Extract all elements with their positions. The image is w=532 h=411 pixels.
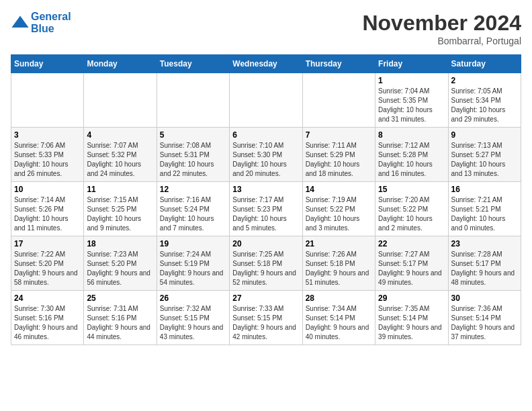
logo: General Blue	[11, 11, 71, 34]
day-info-line: Sunrise: 7:25 AM	[232, 250, 299, 259]
day-number: 15	[378, 185, 445, 194]
day-number: 25	[87, 293, 153, 303]
day-info-line: Daylight: 9 hours and 39 minutes.	[378, 323, 445, 342]
day-info-line: Daylight: 10 hours and 31 minutes.	[378, 105, 445, 124]
logo-line2: Blue	[31, 23, 71, 35]
day-number: 2	[451, 76, 518, 85]
day-info-line: Sunrise: 7:14 AM	[14, 195, 81, 205]
day-info-line: Daylight: 9 hours and 54 minutes.	[160, 269, 226, 287]
day-info-line: Sunrise: 7:13 AM	[451, 141, 518, 150]
day-info-line: Daylight: 10 hours and 0 minutes.	[451, 214, 518, 233]
day-info-line: Sunrise: 7:17 AM	[232, 195, 299, 205]
day-info-line: Sunrise: 7:30 AM	[14, 304, 81, 314]
calendar-cell: 8Sunrise: 7:12 AMSunset: 5:28 PMDaylight…	[375, 128, 448, 182]
day-info-line: Sunset: 5:18 PM	[306, 259, 372, 269]
day-info-line: Daylight: 10 hours and 5 minutes.	[232, 214, 299, 233]
calendar-cell: 21Sunrise: 7:26 AMSunset: 5:18 PMDayligh…	[302, 236, 375, 291]
day-number: 26	[160, 293, 226, 303]
day-info-line: Daylight: 9 hours and 51 minutes.	[306, 269, 372, 287]
calendar-cell: 10Sunrise: 7:14 AMSunset: 5:26 PMDayligh…	[11, 182, 84, 236]
day-info-line: Daylight: 9 hours and 48 minutes.	[451, 269, 518, 287]
day-info-line: Sunrise: 7:20 AM	[378, 195, 445, 205]
day-info-line: Sunrise: 7:08 AM	[160, 141, 226, 150]
calendar-body: 1Sunrise: 7:04 AMSunset: 5:35 PMDaylight…	[11, 73, 521, 345]
day-info-line: Sunset: 5:14 PM	[378, 314, 445, 323]
day-info-line: Daylight: 9 hours and 43 minutes.	[160, 323, 226, 342]
calendar-cell: 24Sunrise: 7:30 AMSunset: 5:16 PMDayligh…	[11, 291, 84, 345]
day-info-line: Daylight: 10 hours and 29 minutes.	[451, 105, 518, 124]
calendar-cell: 18Sunrise: 7:23 AMSunset: 5:20 PMDayligh…	[84, 236, 157, 291]
day-info-line: Daylight: 10 hours and 18 minutes.	[306, 160, 372, 179]
day-info-line: Sunset: 5:34 PM	[451, 96, 518, 105]
calendar-cell	[11, 73, 84, 128]
day-info-line: Sunrise: 7:31 AM	[87, 304, 153, 314]
calendar-cell	[84, 73, 157, 128]
logo-line1: General	[31, 11, 71, 23]
day-number: 14	[306, 185, 372, 194]
day-info-line: Daylight: 10 hours and 2 minutes.	[378, 214, 445, 233]
day-info-line: Sunrise: 7:35 AM	[378, 304, 445, 314]
calendar-cell: 4Sunrise: 7:07 AMSunset: 5:32 PMDaylight…	[84, 128, 157, 182]
day-number: 21	[306, 239, 372, 248]
day-info-line: Daylight: 9 hours and 42 minutes.	[232, 323, 299, 342]
calendar-cell: 26Sunrise: 7:32 AMSunset: 5:15 PMDayligh…	[157, 291, 229, 345]
day-info-line: Sunset: 5:17 PM	[451, 259, 518, 269]
calendar-cell: 22Sunrise: 7:27 AMSunset: 5:17 PMDayligh…	[375, 236, 448, 291]
day-info-line: Daylight: 10 hours and 3 minutes.	[306, 214, 372, 233]
day-info-line: Sunrise: 7:23 AM	[87, 250, 153, 259]
day-number: 29	[378, 293, 445, 303]
calendar-cell: 30Sunrise: 7:36 AMSunset: 5:14 PMDayligh…	[448, 291, 521, 345]
day-info-line: Sunrise: 7:10 AM	[232, 141, 299, 150]
day-info-line: Sunset: 5:19 PM	[160, 259, 226, 269]
day-info-line: Sunrise: 7:28 AM	[451, 250, 518, 259]
calendar-week-1: 1Sunrise: 7:04 AMSunset: 5:35 PMDaylight…	[11, 73, 521, 128]
day-info-line: Sunset: 5:22 PM	[378, 205, 445, 214]
calendar-cell: 7Sunrise: 7:11 AMSunset: 5:29 PMDaylight…	[302, 128, 375, 182]
page-header: General Blue November 2024 Bombarral, Po…	[11, 11, 521, 46]
day-info-line: Sunset: 5:26 PM	[14, 205, 81, 214]
day-number: 1	[378, 76, 445, 85]
day-number: 13	[232, 185, 299, 194]
day-info-line: Daylight: 9 hours and 58 minutes.	[14, 269, 81, 287]
day-info-line: Sunset: 5:32 PM	[87, 150, 153, 160]
day-info-line: Sunset: 5:31 PM	[160, 150, 226, 160]
day-info-line: Daylight: 10 hours and 20 minutes.	[232, 160, 299, 179]
day-info-line: Sunrise: 7:34 AM	[306, 304, 372, 314]
calendar-cell: 5Sunrise: 7:08 AMSunset: 5:31 PMDaylight…	[157, 128, 229, 182]
calendar-cell: 28Sunrise: 7:34 AMSunset: 5:14 PMDayligh…	[302, 291, 375, 345]
weekday-header-saturday: Saturday	[448, 55, 521, 73]
day-info-line: Sunset: 5:29 PM	[306, 150, 372, 160]
day-info-line: Sunrise: 7:36 AM	[451, 304, 518, 314]
day-number: 16	[451, 185, 518, 194]
day-info-line: Daylight: 10 hours and 16 minutes.	[378, 160, 445, 179]
calendar-cell: 6Sunrise: 7:10 AMSunset: 5:30 PMDaylight…	[230, 128, 302, 182]
day-info-line: Sunset: 5:15 PM	[160, 314, 226, 323]
calendar-cell: 11Sunrise: 7:15 AMSunset: 5:25 PMDayligh…	[84, 182, 157, 236]
day-info-line: Sunset: 5:20 PM	[14, 259, 81, 269]
calendar-cell: 1Sunrise: 7:04 AMSunset: 5:35 PMDaylight…	[375, 73, 448, 128]
day-info-line: Sunset: 5:16 PM	[14, 314, 81, 323]
calendar-cell: 25Sunrise: 7:31 AMSunset: 5:16 PMDayligh…	[84, 291, 157, 345]
weekday-header-friday: Friday	[375, 55, 448, 73]
day-info-line: Sunrise: 7:26 AM	[306, 250, 372, 259]
day-info-line: Sunrise: 7:12 AM	[378, 141, 445, 150]
day-info-line: Sunset: 5:15 PM	[232, 314, 299, 323]
day-number: 7	[306, 130, 372, 140]
day-number: 5	[160, 130, 226, 140]
day-info-line: Sunset: 5:16 PM	[87, 314, 153, 323]
day-info-line: Sunset: 5:14 PM	[451, 314, 518, 323]
calendar-cell: 17Sunrise: 7:22 AMSunset: 5:20 PMDayligh…	[11, 236, 84, 291]
calendar-cell: 16Sunrise: 7:21 AMSunset: 5:21 PMDayligh…	[448, 182, 521, 236]
calendar-cell: 20Sunrise: 7:25 AMSunset: 5:18 PMDayligh…	[230, 236, 302, 291]
day-info-line: Daylight: 10 hours and 26 minutes.	[14, 160, 81, 179]
day-info-line: Sunset: 5:28 PM	[378, 150, 445, 160]
day-info-line: Sunset: 5:35 PM	[378, 96, 445, 105]
weekday-header-sunday: Sunday	[11, 55, 84, 73]
day-info-line: Daylight: 9 hours and 44 minutes.	[87, 323, 153, 342]
day-info-line: Sunset: 5:30 PM	[232, 150, 299, 160]
day-number: 28	[306, 293, 372, 303]
day-number: 22	[378, 239, 445, 248]
day-info-line: Sunset: 5:18 PM	[232, 259, 299, 269]
day-info-line: Sunrise: 7:19 AM	[306, 195, 372, 205]
calendar-cell	[157, 73, 229, 128]
